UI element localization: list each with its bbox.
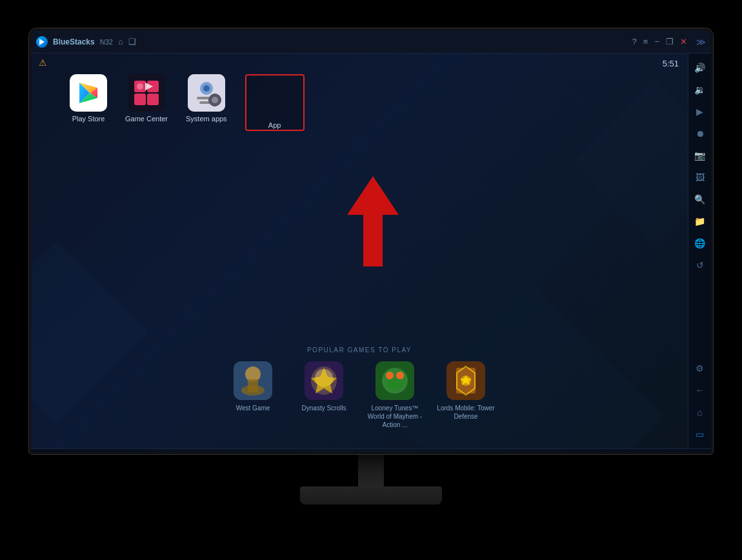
globe-icon[interactable]: 🌐 [691,234,709,252]
volume-down-icon[interactable]: 🔉 [691,81,709,99]
dynasty-scrolls-item[interactable]: Dynasty Scrolls [295,361,353,429]
lords-mobile-item[interactable]: Lords Mobile: Tower Defense [437,361,495,429]
settings-icon[interactable]: ⚙ [691,359,709,377]
lords-mobile-svg [446,361,485,400]
screenshot-icon[interactable]: 🖼 [691,168,709,186]
main-area: ⚠ 5:51 [31,54,711,448]
svg-rect-21 [208,99,211,101]
games-row: West Game [224,361,495,429]
play-store-label: Play Store [72,114,105,123]
svg-rect-5 [128,74,165,112]
volume-up-icon[interactable]: 🔊 [691,59,709,77]
dynasty-scrolls-icon [305,361,343,400]
expand-button[interactable]: ≫ [696,37,706,47]
svg-point-18 [212,97,218,103]
game-center-item[interactable]: Game Center [125,74,168,131]
back-icon[interactable]: ← [691,381,709,399]
looney-tunes-label: Looney Tunes™ World of Mayhem - Action .… [366,404,424,429]
game-center-icon [128,74,165,112]
lords-mobile-label: Lords Mobile: Tower Defense [437,404,495,421]
home-nav-icon[interactable]: ⌂ [118,37,123,46]
app-row: Play Store [31,74,688,131]
zoom-icon[interactable]: 🔍 [691,190,709,208]
svg-point-10 [137,83,143,90]
right-sidebar: 🔊 🔉 ▶ ⏺ 📷 🖼 🔍 📁 🌐 ↺ ⚙ ← ⌂ ▭ [688,54,711,448]
play-store-item[interactable]: Play Store [70,74,107,131]
highlighted-icon-area [257,81,293,117]
svg-rect-9 [147,94,159,105]
highlighted-frame: App [245,74,305,131]
content-area: ⚠ 5:51 [31,54,688,448]
close-button[interactable]: ✕ [680,37,687,46]
dynasty-scrolls-label: Dynasty Scrolls [302,404,346,412]
arrow-head [347,176,399,215]
home-icon[interactable]: ⌂ [691,403,709,421]
warning-icon: ⚠ [39,57,47,68]
svg-rect-20 [214,104,216,106]
play-store-svg [75,80,101,106]
content-inner: ⚠ 5:51 [31,54,688,448]
minimize-button[interactable]: − [654,37,659,46]
lords-mobile-icon [446,361,485,400]
svg-point-33 [387,379,403,389]
west-game-svg [234,361,272,400]
monitor-bezel: BlueStacks N32 ⌂ ❑ ? ≡ − ❐ ✕ ≫ [29,28,713,454]
title-bar-right: ? ≡ − ❐ ✕ ≫ [632,37,706,47]
svg-rect-8 [134,94,146,105]
monitor-base [300,486,442,505]
system-apps-item[interactable]: System apps [186,74,227,131]
camera-icon[interactable]: 📷 [691,146,709,165]
instance-tag: N32 [100,38,113,46]
app-placeholder-label: App [268,121,281,130]
west-game-label: West Game [236,404,270,412]
svg-point-14 [203,85,210,92]
bluestacks-window: BlueStacks N32 ⌂ ❑ ? ≡ − ❐ ✕ ≫ [31,30,711,452]
looney-tunes-icon [376,361,414,400]
title-bar-left: BlueStacks N32 ⌂ ❑ [36,36,136,48]
record-icon[interactable]: ⏺ [691,125,709,143]
popular-section: POPULAR GAMES TO PLAY [31,346,688,429]
west-game-item[interactable]: West Game [224,361,282,429]
app-title: BlueStacks [53,37,95,46]
svg-rect-19 [214,94,216,96]
svg-marker-0 [39,39,45,45]
maximize-button[interactable]: ❐ [666,37,674,46]
west-game-icon [234,361,272,400]
title-bar: BlueStacks N32 ⌂ ❑ ? ≡ − ❐ ✕ ≫ [31,30,711,54]
menu-button[interactable]: ≡ [643,37,648,46]
recent-apps-icon[interactable]: ▭ [691,425,709,443]
time-display: 5:51 [663,59,679,68]
video-icon[interactable]: ▶ [691,103,709,121]
looney-tunes-svg [376,361,414,400]
svg-point-35 [396,372,404,379]
copy-icon[interactable]: ❑ [128,37,136,46]
game-center-svg [128,74,165,112]
svg-point-34 [386,372,394,379]
system-apps-icon [188,74,225,112]
game-center-label: Game Center [125,114,168,123]
red-arrow [347,176,399,266]
bottom-bar [31,448,711,452]
looney-tunes-item[interactable]: Looney Tunes™ World of Mayhem - Action .… [366,361,424,429]
bluestacks-logo [36,36,48,48]
folder-icon[interactable]: 📁 [691,212,709,230]
dynasty-scrolls-svg [305,361,343,400]
app-placeholder-item[interactable]: App [245,74,305,131]
svg-rect-26 [248,379,258,392]
app-grid-container: Play Store [31,74,688,131]
system-apps-svg [188,74,225,112]
svg-rect-22 [219,99,221,101]
warning-row: ⚠ [31,54,688,72]
refresh-icon[interactable]: ↺ [691,256,709,274]
help-button[interactable]: ? [632,37,637,46]
system-apps-label: System apps [186,114,227,123]
popular-label: POPULAR GAMES TO PLAY [307,346,412,354]
monitor-neck [358,454,384,486]
arrow-body [363,215,383,266]
play-store-icon [70,74,107,112]
monitor-container: BlueStacks N32 ⌂ ❑ ? ≡ − ❐ ✕ ≫ [29,28,713,532]
